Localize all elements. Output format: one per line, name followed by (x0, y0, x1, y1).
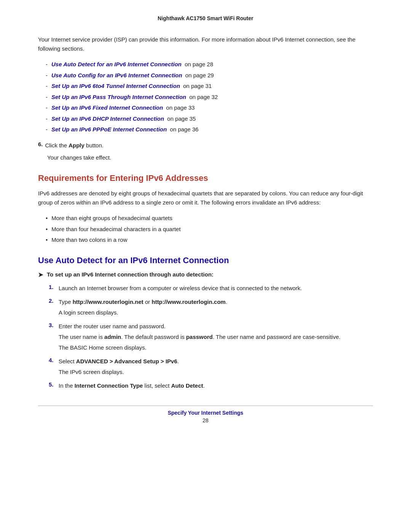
step-4-num: 4. (49, 357, 56, 363)
step-3-sub2: The BASIC Home screen displays. (59, 343, 373, 352)
step-4-sub: The IPv6 screen displays. (59, 367, 373, 377)
list-item: Set Up an IPv6 Fixed Internet Connection… (46, 104, 373, 112)
step-3-num: 3. (49, 322, 56, 328)
procedure-heading-text: To set up an IPv6 Internet connection th… (47, 271, 213, 278)
bullet-item-2: More than four hexadecimal characters in… (46, 225, 373, 234)
page-ref-2: on page 31 (182, 82, 212, 91)
list-item: Use Auto Config for an IPv6 Internet Con… (46, 71, 373, 80)
step-1-text: Launch an Internet browser from a comput… (59, 284, 302, 293)
page-header: Nighthawk AC1750 Smart WiFi Router (38, 15, 373, 24)
step-5-text: In the Internet Connection Type list, se… (59, 381, 205, 390)
routerlogin-com: http://www.routerlogin.com (151, 299, 225, 305)
apply-bold: Apply (68, 142, 84, 149)
footer-divider (38, 406, 373, 406)
link-dhcp[interactable]: Set Up an IPv6 DHCP Internet Connection (51, 115, 164, 123)
step-2: 2. Type http://www.routerlogin.net or ht… (49, 297, 373, 317)
list-item: Use Auto Detect for an IPv6 Internet Con… (46, 60, 373, 69)
page-ref-5: on page 35 (166, 115, 196, 123)
bullet-item-1: More than eight groups of hexadecimal qu… (46, 214, 373, 223)
page-ref-4: on page 33 (164, 104, 194, 112)
link-pass-through[interactable]: Set Up an IPv6 Pass Through Internet Con… (51, 93, 186, 102)
link-pppoe[interactable]: Set Up an IPv6 PPPoE Internet Connection (51, 125, 167, 134)
footer-page-num: 28 (202, 417, 209, 423)
step-5: 5. In the Internet Connection Type list,… (49, 381, 373, 390)
footer-link[interactable]: Specify Your Internet Settings (168, 410, 244, 416)
list-item: Set Up an IPv6 DHCP Internet Connection … (46, 115, 373, 123)
step-4: 4. Select ADVANCED > Advanced Setup > IP… (49, 357, 373, 377)
step-3-text: Enter the router user name and password. (59, 322, 166, 331)
auto-detect-bold: Auto Detect (171, 382, 203, 389)
step-2-sub: A login screen displays. (59, 308, 373, 317)
arrow-icon: ➤ (38, 271, 43, 278)
step-2-text: Type http://www.routerlogin.net or http:… (59, 297, 227, 307)
link-list: Use Auto Detect for an IPv6 Internet Con… (46, 60, 373, 134)
step-6: 6. Click the Apply button. (38, 141, 373, 150)
step-6-text: Click the Apply button. (45, 141, 104, 150)
bullet-item-3: More than two colons in a row (46, 236, 373, 244)
procedure-heading: ➤ To set up an IPv6 Internet connection … (38, 271, 373, 278)
step-3: 3. Enter the router user name and passwo… (49, 322, 373, 352)
intro-paragraph: Your Internet service provider (ISP) can… (38, 35, 373, 53)
bullet-list: More than eight groups of hexadecimal qu… (46, 214, 373, 244)
internet-connection-type-bold: Internet Connection Type (75, 382, 143, 389)
page-ref-0: on page 28 (183, 60, 213, 69)
step-3-sub1: The user name is admin. The default pass… (59, 332, 373, 342)
list-item: Set Up an IPv6 PPPoE Internet Connection… (46, 125, 373, 134)
page-ref-6: on page 36 (168, 125, 198, 134)
link-auto-config[interactable]: Use Auto Config for an IPv6 Internet Con… (51, 71, 182, 80)
step-1-num: 1. (49, 284, 56, 290)
section1-heading: Requirements for Entering IPv6 Addresses (38, 173, 373, 184)
step-6-num: 6. (38, 141, 43, 147)
step-2-num: 2. (49, 297, 56, 304)
password-bold: password (186, 334, 213, 340)
section2-heading: Use Auto Detect for an IPv6 Internet Con… (38, 255, 373, 266)
step-1: 1. Launch an Internet browser from a com… (49, 284, 373, 293)
steps-container: 1. Launch an Internet browser from a com… (49, 284, 373, 390)
admin-bold: admin (104, 334, 121, 340)
list-item: Set Up an IPv6 6to4 Tunnel Internet Conn… (46, 82, 373, 91)
link-auto-detect[interactable]: Use Auto Detect for an IPv6 Internet Con… (51, 60, 182, 69)
link-fixed[interactable]: Set Up an IPv6 Fixed Internet Connection (51, 104, 163, 112)
list-item: Set Up an IPv6 Pass Through Internet Con… (46, 93, 373, 102)
page-ref-3: on page 32 (188, 93, 218, 102)
advanced-setup-ipv6: ADVANCED > Advanced Setup > IPv6 (76, 358, 177, 364)
step-5-num: 5. (49, 381, 56, 388)
step-6-sub: Your changes take effect. (47, 153, 373, 162)
section1-body: IPv6 addresses are denoted by eight grou… (38, 189, 373, 207)
step-4-text: Select ADVANCED > Advanced Setup > IPv6. (59, 357, 179, 366)
footer-area: Specify Your Internet Settings 28 (38, 410, 373, 423)
page-ref-1: on page 29 (184, 71, 214, 80)
header-title: Nighthawk AC1750 Smart WiFi Router (158, 15, 253, 21)
link-6to4[interactable]: Set Up an IPv6 6to4 Tunnel Internet Conn… (51, 82, 180, 91)
routerlogin-net: http://www.routerlogin.net (73, 299, 143, 305)
